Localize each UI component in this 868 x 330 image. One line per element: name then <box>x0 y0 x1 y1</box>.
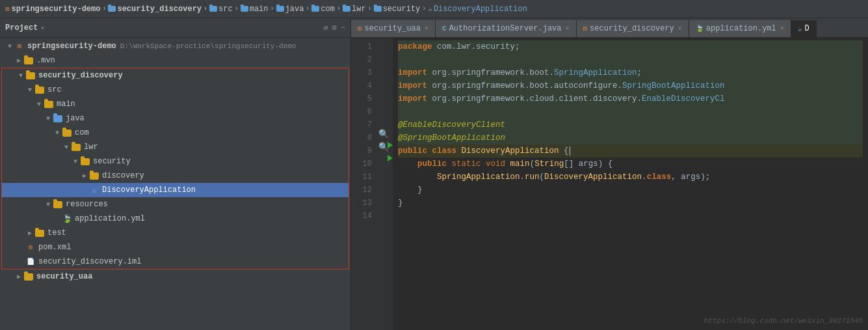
breadcrumb-item-5[interactable]: com <box>321 5 335 14</box>
gutter-icon-line8[interactable]: 🔍 <box>378 129 389 139</box>
line-num-3: 3 <box>351 66 377 79</box>
tree-label-lwr: lwr <box>84 143 98 152</box>
tab-security-discovery[interactable]: m security_discovery × <box>577 20 689 37</box>
tree-item-security-discovery[interactable]: ▼ security_discovery <box>2 68 349 83</box>
project-label: Project <box>5 23 38 33</box>
tree-item-resources[interactable]: ▼ resources <box>2 197 349 212</box>
tree-item-java[interactable]: ▼ java <box>2 111 349 126</box>
tree-item-com[interactable]: ▼ com <box>2 126 349 140</box>
folder-icon-mvn <box>23 55 34 66</box>
breadcrumb-item-4[interactable]: java <box>285 5 304 14</box>
line-num-2: 2 <box>351 53 377 66</box>
tree-item-pom-xml[interactable]: ▶ m pom.xml <box>2 240 349 254</box>
tree-arrow-iml: ▶ <box>16 258 25 266</box>
tree-item-src[interactable]: ▼ src <box>2 83 349 97</box>
tree-item-discovery[interactable]: ▶ discovery <box>2 169 349 183</box>
code-line-3: import org.springframework.boot.SpringAp… <box>398 66 863 79</box>
line-num-11: 11 <box>351 171 377 184</box>
tree-label-test: test <box>47 228 66 238</box>
breadcrumb-module-icon: m <box>5 5 10 13</box>
tree-item-discovery-application[interactable]: ▶ ☕ DiscoveryApplication <box>2 183 349 197</box>
gutter-run-icon-line10[interactable] <box>386 155 393 164</box>
tab-close-security-uaa[interactable]: × <box>425 25 428 33</box>
tree-label-src: src <box>47 85 62 94</box>
tree-arrow-java: ▼ <box>44 115 53 122</box>
folder-icon-com <box>62 128 72 138</box>
tree-item-main[interactable]: ▼ main <box>2 97 349 111</box>
line-num-1: 1 <box>351 40 377 53</box>
class-icon-discovery-app: ☕ <box>89 185 99 195</box>
breadcrumb-item-8[interactable]: DiscoveryApplication <box>434 5 527 14</box>
breadcrumb-folder-icon-4 <box>276 6 284 12</box>
code-line-5: import org.springframework.cloud.client.… <box>398 92 863 105</box>
minimize-icon[interactable]: − <box>341 23 345 33</box>
tree-arrow-com: ▼ <box>53 130 62 137</box>
tree-arrow-security-uaa: ▶ <box>14 273 23 281</box>
breadcrumb-item-6[interactable]: lwr <box>352 5 366 14</box>
line-num-5: 5 <box>351 92 377 105</box>
code-line-10: public static void main(String[] args) { <box>398 158 863 171</box>
module-icon-root: m <box>14 41 25 51</box>
breadcrumb-sep-1: › <box>102 5 106 12</box>
folder-icon-src <box>34 85 45 95</box>
tree-arrow-mvn: ▶ <box>14 57 23 64</box>
line-num-12: 12 <box>351 184 377 197</box>
tree-item-application-yml[interactable]: ▶ 🍃 application.yml <box>2 212 349 226</box>
tree-item-security-uaa[interactable]: ▶ security_uaa <box>0 269 350 284</box>
tab-close-application-yml[interactable]: × <box>780 25 784 33</box>
tab-close-security-discovery[interactable]: × <box>678 25 682 33</box>
tab-security-uaa[interactable]: m security_uaa × <box>351 20 436 37</box>
main-layout: Project ▾ ⇄ ⚙ − ▼ m springsecurity-demo … <box>0 18 868 330</box>
breadcrumb-sep-4: › <box>270 5 274 12</box>
tab-close-authorization-server[interactable]: × <box>565 25 569 33</box>
breadcrumb-item-1[interactable]: security_discovery <box>117 5 202 14</box>
tree-arrow-pom: ▶ <box>16 243 25 251</box>
tab-label-authorization-server: AuthorizationServer.java <box>449 24 562 33</box>
breadcrumb-class-icon: ☕ <box>428 5 432 13</box>
folder-icon-main <box>44 99 54 109</box>
tree-item-security-folder[interactable]: ▼ security <box>2 154 349 169</box>
yml-icon-application: 🍃 <box>62 213 72 224</box>
tree-arrow-discovery: ▶ <box>80 172 89 180</box>
breadcrumb-item-7[interactable]: security <box>383 5 421 14</box>
code-content[interactable]: package com.lwr.security; import org.spr… <box>393 38 868 330</box>
tree-item-mvn[interactable]: ▶ .mvn <box>0 53 350 68</box>
tab-application-yml[interactable]: 🍃 application.yml × <box>689 20 791 37</box>
tab-icon-c-authserver: C <box>442 25 447 33</box>
tree-item-test[interactable]: ▶ test <box>2 226 349 240</box>
tree-item-root[interactable]: ▼ m springsecurity-demo D:\WorkSpace-pro… <box>0 39 350 53</box>
tree-label-resources: resources <box>66 200 108 209</box>
folder-icon-discovery <box>89 171 99 181</box>
settings-icon[interactable]: ⚙ <box>332 23 337 33</box>
line-num-9: 9 <box>351 144 377 158</box>
code-line-11: SpringApplication.run(DiscoveryApplicati… <box>398 171 863 184</box>
tree-arrow-test: ▶ <box>25 229 34 237</box>
breadcrumb-item-2[interactable]: src <box>218 5 233 14</box>
line-num-4: 4 <box>351 79 377 92</box>
breadcrumb-root[interactable]: springsecurity-demo <box>12 5 101 14</box>
tree-label-discovery-app: DiscoveryApplication <box>102 186 196 195</box>
code-line-4: import org.springframework.boot.autoconf… <box>398 79 863 92</box>
editor-panel: m security_uaa × C AuthorizationServer.j… <box>351 18 868 330</box>
tab-icon-m-discovery: m <box>583 25 588 33</box>
code-line-8: @SpringBootApplication <box>398 131 863 144</box>
breadcrumb-folder-icon-6 <box>343 6 350 12</box>
tab-authorization-server[interactable]: C AuthorizationServer.java × <box>436 20 576 37</box>
project-dropdown-icon[interactable]: ▾ <box>40 24 44 32</box>
arrows-icon[interactable]: ⇄ <box>323 23 328 33</box>
breadcrumb-folder-icon-2 <box>209 6 217 12</box>
breadcrumb-folder-icon-3 <box>241 6 248 12</box>
folder-icon-resources <box>53 199 63 210</box>
tree-label-discovery: discovery <box>102 171 144 180</box>
tab-discovery-application[interactable]: ☕ D <box>791 20 817 37</box>
line-numbers: 1 2 3 4 5 6 7 8 9 10 11 12 13 14 <box>351 38 377 330</box>
line-num-8: 8 <box>351 131 377 144</box>
breadcrumb-item-3[interactable]: main <box>250 5 269 14</box>
project-header-icons: ⇄ ⚙ − <box>323 23 345 33</box>
tab-icon-discovery-app: ☕ <box>798 25 802 33</box>
tree-item-lwr[interactable]: ▼ lwr <box>2 140 349 154</box>
tree-item-security-discovery-iml[interactable]: ▶ 📄 security_discovery.iml <box>2 254 349 269</box>
breadcrumb-folder-icon-7 <box>374 6 382 12</box>
gutter-run-icon-line9[interactable] <box>386 142 393 151</box>
project-header: Project ▾ ⇄ ⚙ − <box>0 18 350 38</box>
